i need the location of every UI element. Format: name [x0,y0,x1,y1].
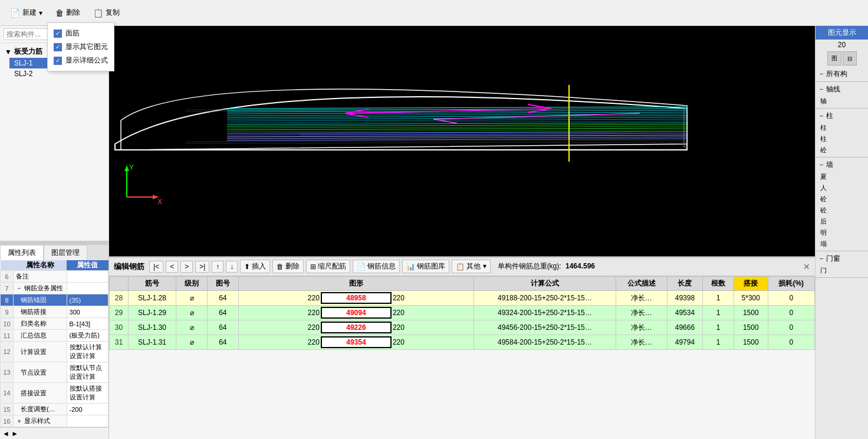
wall-item-2[interactable]: 人 [816,182,868,194]
row-desc-31: 净长… [616,335,667,350]
btn-insert[interactable]: ⬆ 插入 [240,260,270,273]
row-id-29: SLJ-1.29 [128,306,176,320]
row-level-30: ⌀ [176,320,208,335]
dropdown-item-1[interactable]: ✓ 面筋 [54,27,108,40]
info-icon: 📄 [357,263,366,271]
cad-viewport[interactable]: Y X [109,26,815,256]
row-formula-29: 49324-200-15+250-2*15-15… [474,306,616,320]
row-loss-30: 0 [768,320,814,335]
new-dropdown-arrow[interactable]: ▾ [39,9,42,17]
dropdown-item-3[interactable]: ✓ 显示详细公式 [54,54,108,67]
scroll-bottom[interactable]: ◄ ► [0,427,108,439]
rebar-row-31: 31 SLJ-1.31 ⌀ 64 220 49354 220 [110,335,815,350]
btn-up[interactable]: ↑ [212,261,223,273]
btn-library[interactable]: 📊 钢筋图库 [402,260,449,273]
rebar-row-29: 29 SLJ-1.29 ⌀ 64 220 49094 220 [110,306,815,320]
row-level-31: ⌀ [176,335,208,350]
checkbox-show-formula[interactable]: ✓ [54,57,62,65]
row-num-28: 28 [110,291,129,306]
rp-icon-2[interactable]: ⊟ [843,51,857,65]
wall-item-3[interactable]: 砼 [816,194,868,205]
wall-item-4[interactable]: 砼 [816,205,868,216]
rebar-row-28: 28 SLJ-1.28 ⌀ 64 220 48958 220 [110,291,815,306]
dropdown-item-2[interactable]: ✓ 显示其它图元 [54,40,108,54]
row-desc-28: 净长… [616,291,667,306]
minus-icon-col: － [818,111,825,121]
row-loss-28: 0 [768,291,814,306]
checkbox-miaojin[interactable]: ✓ [54,30,62,38]
wall-item-7[interactable]: 塌 [816,238,868,250]
th-length: 长度 [667,277,702,291]
btn-last[interactable]: >| [195,261,209,273]
btn-down[interactable]: ↓ [226,261,238,273]
library-icon: 📊 [406,263,415,271]
th-count: 根数 [703,277,734,291]
col-item-2[interactable]: 柱 [816,133,868,145]
btn-prev[interactable]: < [166,261,178,273]
wall-item-5[interactable]: 后 [816,216,868,227]
prop-row-13: 13 节点设置 按默认节点设置计算 [1,362,108,383]
new-button[interactable]: 📄 新建 ▾ [5,5,48,21]
th-level: 级别 [176,277,208,291]
prop-row-14: 14 搭接设置 按默认搭接设置计算 [1,383,108,404]
th-formula: 计算公式 [474,277,616,291]
main-content: ▼ 板受力筋 SLJ-1 SLJ-2 属性列表 图层管理 [0,26,868,439]
row-num-31: 31 [110,335,129,350]
panel-close-btn[interactable]: ✕ [803,262,810,271]
section-wall: － 墙 夏 人 砼 砼 后 明 塌 [816,158,868,251]
btn-first[interactable]: |< [149,261,163,273]
btn-next[interactable]: > [180,261,193,273]
checkbox-show-others[interactable]: ✓ [54,43,62,51]
prop-row-10: 10 归类名称 B-1[43] [1,318,108,330]
btn-delete[interactable]: 🗑 删除 [272,260,304,273]
rebar-table-container[interactable]: 筋号 级别 图号 图形 计算公式 公式描述 长度 根数 搭接 损耗(%) [109,276,815,425]
section-all: － 所有构 [816,67,868,82]
col-item-3[interactable]: 砼 [816,145,868,156]
btn-scale[interactable]: ⊞ 缩尺配筋 [306,260,350,273]
copy-icon: 📋 [93,8,103,18]
props-scroll[interactable]: 属性名称 属性值 6 备注 7 － 钢筋业务属性 [0,260,108,427]
insert-icon: ⬆ [244,263,250,271]
left-panel: ▼ 板受力筋 SLJ-1 SLJ-2 属性列表 图层管理 [0,26,109,439]
col-item-1[interactable]: 柱 [816,122,868,133]
wall-item-6[interactable]: 明 [816,227,868,238]
cad-drawing: Y X [109,26,815,256]
other-icon: 📋 [456,263,465,271]
row-overlap-30[interactable]: 1500 [734,320,768,335]
svg-text:Y: Y [129,163,134,172]
rp-icon-1[interactable]: 图 [827,51,841,65]
right-panel-icons: 图 ⊟ [816,50,868,67]
row-length-28: 49398 [667,291,702,306]
prop-row-11: 11 汇总信息 (板受力筋) [1,330,108,342]
section-axis-label: － 轴线 [816,83,868,96]
prop-row-6: 6 备注 [1,271,108,283]
delete-button[interactable]: 🗑 删除 [50,5,86,21]
row-length-29: 49534 [667,306,702,320]
row-overlap-28[interactable]: 5*300 [734,291,768,306]
row-overlap-31[interactable]: 1500 [734,335,768,350]
door-item-1[interactable]: 门 [816,265,868,276]
scale-icon: ⊞ [310,263,316,271]
row-id-31: SLJ-1.31 [128,335,176,350]
row-overlap-29[interactable]: 1500 [734,306,768,320]
edit-panel-title: 编辑钢筋 [114,261,144,272]
new-label: 新建 [22,8,37,18]
btn-other[interactable]: 📋 其他 ▾ [452,260,490,273]
prop-row-8: 8 钢筋锚固 (35) [1,294,108,306]
copy-button[interactable]: 📋 复制 [88,5,125,21]
tree-area: ▼ 板受力筋 SLJ-1 SLJ-2 [0,43,108,241]
btn-info[interactable]: 📄 钢筋信息 [353,260,400,273]
minus-icon-axis: － [818,84,825,94]
section-axis: － 轴线 轴 [816,82,868,109]
row-formula-30: 49456-200-15+250-2*15-15… [474,320,616,335]
edit-panel-header: 编辑钢筋 |< < > >| ↑ ↓ ⬆ 插入 🗑 删除 ⊞ 缩尺配筋 [109,257,815,276]
th-row-num [110,277,129,291]
tab-layer-manage[interactable]: 图层管理 [44,245,87,260]
wall-item-1[interactable]: 夏 [816,171,868,182]
axis-item-1[interactable]: 轴 [816,96,868,107]
row-shape-31: 220 49354 220 [238,335,474,350]
tab-property-list[interactable]: 属性列表 [0,245,44,260]
rebar-row-30: 30 SLJ-1.30 ⌀ 64 220 49226 220 [110,320,815,335]
row-desc-29: 净长… [616,306,667,320]
row-shape-num-28: 64 [207,291,238,306]
